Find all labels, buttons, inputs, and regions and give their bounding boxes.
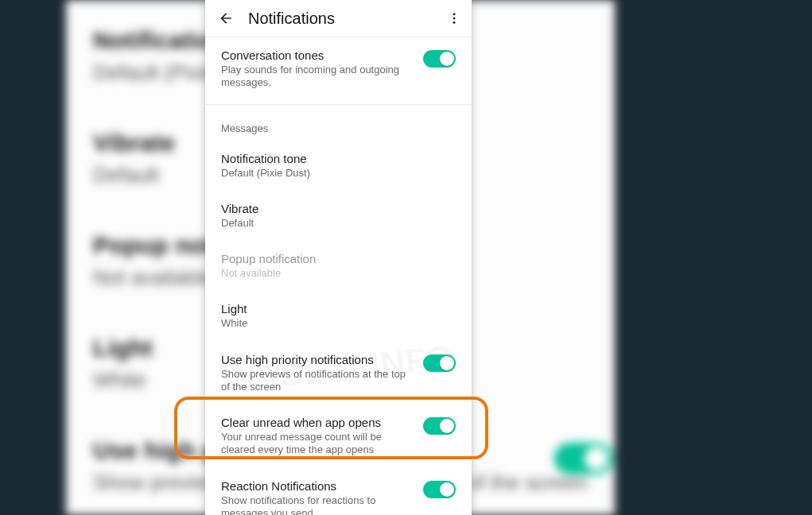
svg-point-2 bbox=[453, 21, 456, 24]
more-options-button[interactable] bbox=[441, 6, 467, 31]
conversation-tones-item[interactable]: Conversation tones Play sounds for incom… bbox=[205, 37, 472, 105]
setting-subtitle: Your unread message count will be cleare… bbox=[221, 431, 412, 457]
notification-tone-item[interactable]: Notification tone Default (Pixie Dust) bbox=[205, 141, 472, 191]
svg-point-1 bbox=[453, 17, 456, 20]
setting-title: Conversation tones bbox=[221, 48, 412, 62]
setting-title: Clear unread when app opens bbox=[221, 416, 412, 429]
conversation-tones-toggle[interactable] bbox=[423, 50, 456, 68]
setting-title: Popup notification bbox=[221, 252, 445, 265]
setting-subtitle: Default (Pixie Dust) bbox=[221, 167, 445, 180]
setting-subtitle: Play sounds for incoming and outgoing me… bbox=[221, 64, 412, 90]
high-priority-item[interactable]: Use high priority notifications Show pre… bbox=[205, 342, 472, 405]
setting-title: Notification tone bbox=[221, 152, 445, 165]
notifications-settings-panel: WABETAINFO Notifications Conversation to… bbox=[205, 0, 472, 515]
setting-title: Light bbox=[221, 302, 445, 316]
clear-unread-toggle[interactable] bbox=[423, 417, 456, 435]
back-button[interactable] bbox=[213, 6, 239, 31]
bg-toggle bbox=[554, 443, 613, 474]
popup-notification-item: Popup notification Not available bbox=[205, 241, 472, 291]
vibrate-item[interactable]: Vibrate Default bbox=[205, 191, 472, 241]
reaction-notifications-item[interactable]: Reaction Notifications Show notification… bbox=[205, 468, 472, 516]
page-title: Notifications bbox=[248, 10, 441, 28]
setting-subtitle: Show previews of notifications at the to… bbox=[221, 368, 412, 394]
setting-title: Vibrate bbox=[221, 202, 445, 215]
more-vertical-icon bbox=[447, 11, 461, 25]
setting-subtitle: Not available bbox=[221, 267, 445, 280]
high-priority-toggle[interactable] bbox=[423, 354, 456, 372]
light-item[interactable]: Light White bbox=[205, 291, 472, 341]
section-header-messages: Messages bbox=[205, 105, 472, 141]
clear-unread-item[interactable]: Clear unread when app opens Your unread … bbox=[205, 405, 472, 468]
setting-title: Reaction Notifications bbox=[221, 479, 412, 493]
svg-point-0 bbox=[453, 13, 456, 15]
reaction-notifications-toggle[interactable] bbox=[423, 481, 456, 498]
setting-subtitle: Default bbox=[221, 217, 445, 230]
back-arrow-icon bbox=[218, 10, 234, 26]
panel-header: Notifications bbox=[205, 0, 472, 37]
setting-title: Use high priority notifications bbox=[221, 353, 412, 366]
setting-subtitle: Show notifications for reactions to mess… bbox=[221, 494, 412, 516]
settings-list: Conversation tones Play sounds for incom… bbox=[205, 37, 472, 515]
setting-subtitle: White bbox=[221, 317, 445, 330]
